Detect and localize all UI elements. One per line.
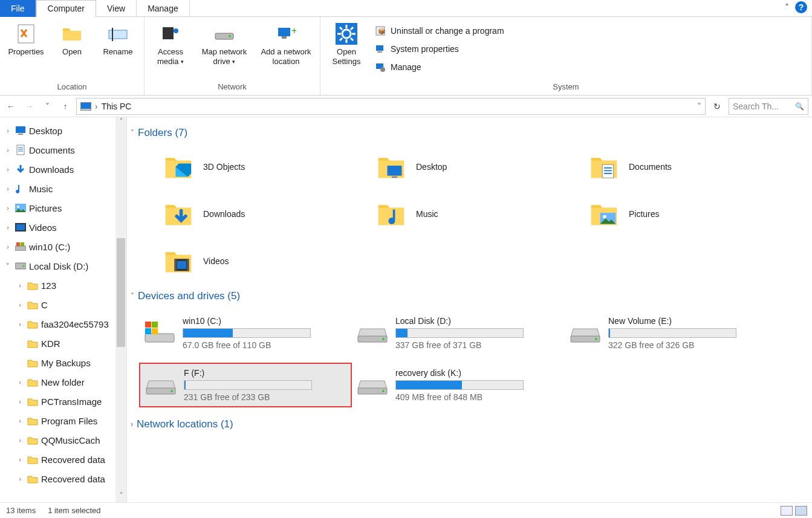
tree-item-icon (27, 473, 39, 484)
drive-item[interactable]: Local Disk (D:)337 GB free of 371 GB (352, 311, 565, 355)
tree-item[interactable]: ›QQMusicCach (0, 430, 126, 450)
view-details-icon[interactable] (781, 506, 793, 516)
scroll-up-icon[interactable]: ˄ (115, 117, 126, 128)
search-input[interactable]: Search Th... 🔍 (729, 98, 808, 115)
tree-item[interactable]: ›Desktop (0, 121, 126, 140)
group-label-network: Network (149, 81, 315, 94)
tree-item-icon (27, 396, 39, 407)
tree-item-label: Videos (29, 222, 57, 233)
tree-item[interactable]: ›Recovered data (0, 469, 126, 488)
tree-twist-icon[interactable]: › (16, 282, 24, 289)
tree-item[interactable]: ›PCTransImage (0, 392, 126, 411)
tree-twist-icon[interactable]: › (16, 398, 24, 405)
tree-twist-icon[interactable]: › (16, 301, 24, 308)
section-folders-header[interactable]: ˅ Folders (7) (127, 123, 812, 143)
access-media-icon (160, 23, 181, 45)
drive-item[interactable]: recovery disk (K:)409 MB free of 848 MB (352, 363, 565, 407)
tree-item[interactable]: ›win10 (C:) (0, 237, 126, 256)
folder-item[interactable]: Downloads (163, 196, 376, 232)
folder-item[interactable]: Videos (163, 243, 376, 279)
open-label: Open (62, 47, 82, 57)
drive-item[interactable]: F (F:)231 GB free of 233 GB (139, 363, 352, 407)
tree-twist-icon[interactable]: › (4, 185, 12, 192)
tree-twist-icon[interactable]: › (4, 146, 12, 154)
open-button[interactable]: Open (51, 19, 93, 57)
tree-item[interactable]: ›Documents (0, 140, 126, 160)
refresh-button[interactable]: ↻ (709, 99, 725, 114)
nav-recent-button[interactable]: ˅ (40, 99, 54, 114)
tree-item[interactable]: ›New folder (0, 372, 126, 392)
tree-twist-icon[interactable]: ˅ (4, 262, 12, 270)
tree-item[interactable]: ›Music (0, 179, 126, 198)
tree-item[interactable]: ˅Local Disk (D:) (0, 256, 126, 276)
scroll-down-icon[interactable]: ˅ (115, 491, 126, 502)
svg-rect-7 (278, 28, 290, 36)
tree-twist-icon[interactable]: › (16, 436, 24, 444)
scrollbar-thumb[interactable] (117, 238, 125, 347)
tree-twist-icon[interactable]: › (16, 456, 24, 463)
map-network-drive-button[interactable]: Map network drive ▾ (195, 19, 253, 66)
tree-twist-icon[interactable]: › (16, 378, 24, 386)
uninstall-program-button[interactable]: 📦 Uninstall or change a program (371, 23, 508, 39)
tree-item[interactable]: ›faa3204ec55793 (0, 314, 126, 334)
tree-twist-icon[interactable]: › (16, 417, 24, 424)
sidebar-scrollbar[interactable]: ˄ ˅ (115, 117, 126, 502)
add-network-location-button[interactable]: + Add a network location (257, 19, 315, 66)
folder-item[interactable]: 3D Objects (163, 149, 376, 185)
tree-item-icon (15, 164, 27, 175)
tree-item[interactable]: ›Program Files (0, 411, 126, 430)
tree-twist-icon[interactable]: › (4, 243, 12, 250)
tree-item[interactable]: ›C (0, 295, 126, 314)
folder-item[interactable]: Desktop (376, 149, 589, 185)
tab-file[interactable]: File (0, 0, 36, 17)
nav-back-button[interactable]: ← (4, 99, 18, 114)
manage-button[interactable]: Manage (371, 59, 508, 75)
section-drives-header[interactable]: ˅ Devices and drives (5) (127, 287, 812, 306)
tree-twist-icon[interactable]: › (16, 320, 24, 328)
svg-text:+: + (291, 25, 296, 36)
tree-item[interactable]: KDR (0, 334, 126, 353)
collapse-ribbon-icon[interactable]: ˄ (785, 2, 789, 12)
view-large-icons-icon[interactable] (795, 506, 807, 516)
nav-up-button[interactable]: ↑ (58, 99, 73, 114)
tree-twist-icon[interactable]: › (4, 224, 12, 231)
tree-twist-icon[interactable]: › (4, 204, 12, 212)
nav-forward-button[interactable]: → (22, 99, 36, 114)
tree-twist-icon[interactable]: › (4, 127, 12, 134)
svg-rect-26 (16, 126, 25, 133)
folder-label: Downloads (203, 209, 245, 219)
tab-view[interactable]: View (96, 0, 137, 17)
tree-item[interactable]: ›Recovered data (0, 450, 126, 469)
folder-item[interactable]: Pictures (589, 196, 802, 232)
rename-button[interactable]: Rename (97, 19, 139, 57)
drive-item[interactable]: New Volume (E:)322 GB free of 326 GB (565, 311, 778, 355)
uninstall-icon: 📦 (375, 25, 386, 36)
breadcrumb-location[interactable]: This PC (102, 102, 132, 111)
tree-item[interactable]: My Backups (0, 353, 126, 372)
tab-computer[interactable]: Computer (36, 0, 96, 17)
tree-item[interactable]: ›123 (0, 276, 126, 295)
tree-twist-icon[interactable]: › (4, 166, 12, 173)
system-properties-button[interactable]: System properties (371, 41, 508, 57)
access-media-button[interactable]: Access media ▾ (149, 19, 192, 66)
add-network-location-icon: + (275, 23, 297, 45)
help-icon[interactable]: ? (795, 1, 807, 13)
open-settings-button[interactable]: Open Settings (325, 19, 368, 66)
tree-item[interactable]: ›Pictures (0, 198, 126, 218)
tree-item-label: C (41, 300, 48, 310)
section-network-header[interactable]: › Network locations (1) (127, 415, 812, 434)
chevron-down-icon: ▾ (181, 59, 184, 65)
tab-manage[interactable]: Manage (137, 0, 190, 17)
properties-button[interactable]: Properties (5, 19, 47, 57)
address-dropdown-icon[interactable]: ˅ (697, 102, 701, 111)
folder-item[interactable]: Music (376, 196, 589, 232)
tree-item[interactable]: ›Downloads (0, 160, 126, 179)
rename-icon (107, 23, 129, 45)
tree-item-icon (15, 125, 27, 136)
drive-item[interactable]: win10 (C:)67.0 GB free of 110 GB (139, 311, 352, 355)
folder-item[interactable]: Documents (589, 149, 802, 185)
tree-twist-icon[interactable]: › (16, 475, 24, 482)
tree-item[interactable]: ›Videos (0, 218, 126, 237)
address-bar[interactable]: › This PC ˅ (76, 98, 706, 115)
drive-free-text: 231 GB free of 233 GB (184, 392, 312, 402)
